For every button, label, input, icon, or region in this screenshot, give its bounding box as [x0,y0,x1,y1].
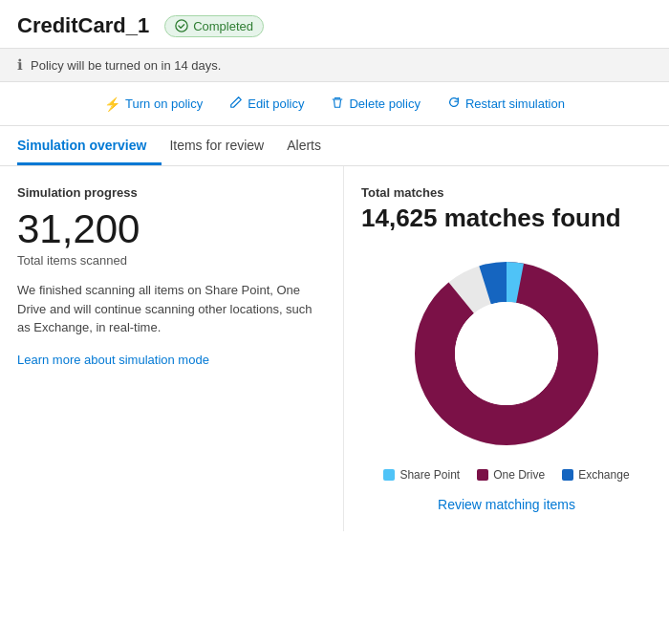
restart-simulation-button[interactable]: Restart simulation [445,92,567,116]
description-text: We finished scanning all items on Share … [17,281,326,337]
edit-icon [229,96,243,112]
total-items-label: Total items scanned [17,253,326,268]
page-title: CreditCard_1 [17,13,149,38]
right-panel: Total matches 14,625 matches found [344,166,669,531]
tab-simulation-overview[interactable]: Simulation overview [17,126,162,165]
svg-rect-1 [333,99,343,100]
page-header: CreditCard_1 Completed [0,0,669,48]
svg-point-6 [455,302,558,405]
legend-item-exchange: Exchange [562,468,629,482]
trash-icon [331,96,344,112]
simulation-progress-label: Simulation progress [17,185,326,200]
thunder-icon: ⚡ [104,97,120,112]
tab-items-for-review[interactable]: Items for review [169,126,279,165]
chart-legend: Share Point One Drive Exchange [383,468,629,482]
total-items-number: 31,200 [17,207,326,251]
info-icon: ℹ [17,56,23,74]
refresh-icon [447,96,461,112]
main-content: Simulation progress 31,200 Total items s… [0,166,669,531]
learn-more-link[interactable]: Learn more about simulation mode [17,353,209,367]
policy-banner: ℹ Policy will be turned on in 14 days. [0,48,669,82]
onedrive-color-dot [477,469,488,481]
donut-chart [401,248,612,459]
toolbar: ⚡ Turn on policy Edit policy Delete poli… [0,82,669,126]
left-panel: Simulation progress 31,200 Total items s… [0,166,344,531]
sharepoint-color-dot [383,469,395,481]
onedrive-label: One Drive [493,468,545,482]
total-matches-label: Total matches [361,185,652,200]
review-matching-items-link[interactable]: Review matching items [361,497,652,512]
legend-item-sharepoint: Share Point [383,468,460,482]
legend-item-onedrive: One Drive [477,468,545,482]
exchange-color-dot [562,469,573,481]
exchange-label: Exchange [578,468,629,482]
sharepoint-label: Share Point [399,468,460,482]
banner-text: Policy will be turned on in 14 days. [31,58,221,73]
chart-container: Share Point One Drive Exchange [361,248,652,482]
delete-policy-button[interactable]: Delete policy [329,92,421,116]
status-label: Completed [193,19,253,33]
edit-policy-button[interactable]: Edit policy [227,92,306,116]
svg-point-0 [176,20,187,32]
turn-on-policy-button[interactable]: ⚡ Turn on policy [102,93,205,116]
matches-number: 14,625 matches found [361,204,652,233]
status-badge: Completed [164,15,264,37]
check-circle-icon [175,19,188,32]
tabs-container: Simulation overview Items for review Ale… [0,126,669,166]
tab-alerts[interactable]: Alerts [287,126,336,165]
